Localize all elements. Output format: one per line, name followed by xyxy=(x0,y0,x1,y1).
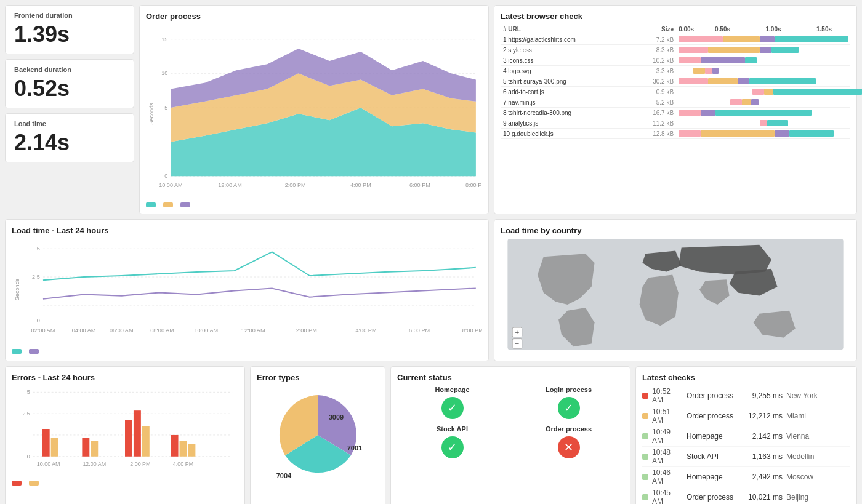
check-ms: 10,021 ms xyxy=(746,493,783,502)
current-status-title: Current status xyxy=(397,373,624,382)
check-color-dot xyxy=(642,393,648,399)
check-color-dot xyxy=(642,454,648,460)
svg-text:6:00 PM: 6:00 PM xyxy=(409,182,430,188)
frontend-label: Frontend duration xyxy=(14,12,125,19)
svg-text:15: 15 xyxy=(161,36,167,42)
check-name: Stock API xyxy=(687,452,742,461)
bc-bar xyxy=(676,66,850,76)
bc-url: 6 add-to-cart.js xyxy=(501,87,641,97)
svg-text:0: 0 xyxy=(27,454,30,460)
svg-text:Seconds: Seconds xyxy=(148,103,155,125)
svg-rect-52 xyxy=(91,441,98,457)
check-time: 10:51 AM xyxy=(652,407,683,425)
check-row: 10:52 AM Order process 9,255 ms New York xyxy=(642,386,850,406)
svg-text:7001: 7001 xyxy=(347,444,362,452)
check-city: Beijing xyxy=(786,493,808,502)
svg-text:+: + xyxy=(515,328,520,336)
bc-col-1s: 1.00s xyxy=(763,25,814,34)
latest-checks-list: 10:52 AM Order process 9,255 ms New York… xyxy=(642,386,850,504)
load-time-24h-card: Load time - Last 24 hours 5 2.5 0 Second… xyxy=(5,219,489,361)
svg-rect-51 xyxy=(82,438,89,457)
bc-bar xyxy=(676,118,850,129)
svg-text:0: 0 xyxy=(164,173,167,179)
status-stockapi: Stock API ✓ xyxy=(397,425,507,458)
bc-bar xyxy=(676,108,850,118)
status-login-label: Login process xyxy=(546,386,592,393)
check-row: 10:49 AM Homepage 2,142 ms Vienna xyxy=(642,426,850,447)
order-process-card: Order process 15 10 5 0 Seconds 10:00 AM… xyxy=(139,5,489,214)
check-name: Order process xyxy=(687,493,742,502)
svg-text:4:00 PM: 4:00 PM xyxy=(350,182,371,188)
load-time-country-title: Load time by country xyxy=(501,226,850,235)
loadtime-card: Load time 2.14s xyxy=(5,113,134,162)
bc-size: 0.9 kB xyxy=(641,87,676,97)
status-grid: Homepage ✓ Login process ✓ Stock API ✓ O… xyxy=(397,386,624,458)
frontend-duration-card: Frontend duration 1.39s xyxy=(5,5,134,54)
error-types-pie: 3009 7001 7004 xyxy=(259,386,376,484)
check-ms: 12,212 ms xyxy=(746,412,783,420)
bc-url: 1 https://galacticshirts.com xyxy=(501,34,641,45)
loadtime-label: Load time xyxy=(14,120,125,127)
check-color-dot xyxy=(642,494,648,500)
loadtime-value: 2.14s xyxy=(14,130,125,156)
check-ms: 9,255 ms xyxy=(746,391,783,400)
check-city: New York xyxy=(786,391,818,400)
svg-text:10: 10 xyxy=(161,70,167,76)
check-name: Homepage xyxy=(687,473,742,481)
bc-bar xyxy=(676,87,850,97)
svg-text:5: 5 xyxy=(27,389,30,395)
check-city: Vienna xyxy=(786,432,809,441)
svg-text:0: 0 xyxy=(37,318,40,324)
load-time-24h-chart: 5 2.5 0 Seconds 02:00 AM 04:00 AM 06:00 … xyxy=(12,239,482,343)
svg-text:8:00 PM: 8:00 PM xyxy=(462,327,482,334)
load-time-24h-title: Load time - Last 24 hours xyxy=(12,226,482,235)
error-types-title: Error types xyxy=(257,373,379,382)
check-ms: 1,163 ms xyxy=(746,452,783,461)
status-login: Login process ✓ xyxy=(514,386,624,419)
bc-size: 8.3 kB xyxy=(641,45,676,55)
svg-text:8:00 PM: 8:00 PM xyxy=(465,182,482,188)
check-time: 10:52 AM xyxy=(652,387,683,404)
svg-text:5: 5 xyxy=(37,246,40,252)
check-ms: 2,492 ms xyxy=(746,473,783,481)
svg-text:10:00 AM: 10:00 AM xyxy=(159,182,182,188)
status-orderprocess-label: Order process xyxy=(546,425,592,433)
frontend-value: 1.39s xyxy=(14,22,125,47)
bc-bar xyxy=(676,45,850,55)
bc-row: 7 nav.min.js5.2 kB xyxy=(501,97,850,108)
svg-text:2:00 PM: 2:00 PM xyxy=(296,327,317,334)
latest-checks-card: Latest checks 10:52 AM Order process 9,2… xyxy=(635,366,857,504)
order-process-legend xyxy=(146,202,482,207)
bc-row: 2 style.css8.3 kB xyxy=(501,45,850,55)
browser-check-card: Latest browser check # URL Size 0.00s 0.… xyxy=(494,5,857,214)
bc-col-0s: 0.00s xyxy=(676,25,712,34)
svg-text:2:00 PM: 2:00 PM xyxy=(285,182,306,188)
svg-rect-56 xyxy=(171,435,179,457)
current-status-card: Current status Homepage ✓ Login process … xyxy=(390,366,630,504)
bc-url: 5 tshirt-suraya-300.png xyxy=(501,76,641,87)
bc-col-15s: 1.50s xyxy=(814,25,850,34)
svg-rect-54 xyxy=(134,410,141,457)
status-login-icon: ✓ xyxy=(558,397,580,419)
bc-row: 3 icons.css10.2 kB xyxy=(501,55,850,66)
bc-size: 16.7 kB xyxy=(641,108,676,118)
errors-24h-title: Errors - Last 24 hours xyxy=(12,373,238,382)
check-city: Moscow xyxy=(786,473,813,481)
status-homepage: Homepage ✓ xyxy=(397,386,507,419)
bc-url: 4 logo.svg xyxy=(501,66,641,76)
bc-size: 12.8 kB xyxy=(641,129,676,139)
bc-bar xyxy=(676,97,850,108)
load-time-24h-legend xyxy=(12,349,482,354)
check-city: Miami xyxy=(786,412,806,420)
browser-check-table: # URL Size 0.00s 0.50s 1.00s 1.50s 1 htt… xyxy=(501,25,850,139)
svg-text:2.5: 2.5 xyxy=(32,274,40,280)
backend-label: Backend duration xyxy=(14,66,125,73)
bc-row: 4 logo.svg3.3 kB xyxy=(501,66,850,76)
bc-col-url: # URL xyxy=(501,25,641,34)
svg-text:08:00 AM: 08:00 AM xyxy=(150,327,174,334)
bc-bar xyxy=(676,34,850,45)
check-color-dot xyxy=(642,433,648,439)
latest-checks-title: Latest checks xyxy=(642,373,850,382)
bc-bar xyxy=(676,55,850,66)
svg-text:04:00 AM: 04:00 AM xyxy=(72,327,96,334)
